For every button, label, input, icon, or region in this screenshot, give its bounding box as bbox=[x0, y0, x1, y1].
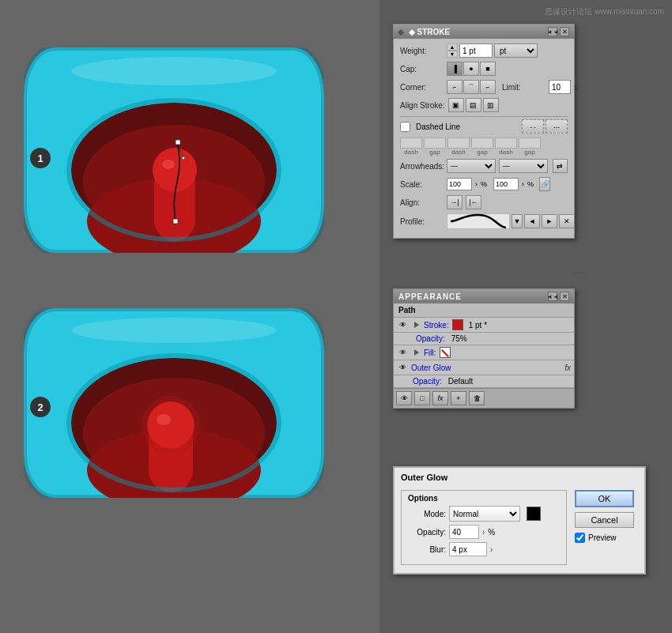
profile-select-btn[interactable]: ▼ bbox=[512, 214, 523, 228]
glow-color-swatch[interactable] bbox=[527, 507, 541, 521]
stroke-panel: ◆ STROKE ◄◄ ✕ Weight: ▲ ▼ pt px bbox=[393, 24, 575, 239]
gap3[interactable] bbox=[519, 138, 541, 149]
corner-round-btn[interactable]: ⌒ bbox=[463, 80, 479, 94]
blur-arrow[interactable]: › bbox=[490, 545, 493, 554]
fill-eye-icon[interactable]: 👁 bbox=[397, 347, 408, 358]
cancel-button[interactable]: Cancel bbox=[575, 512, 634, 528]
cap-square-btn[interactable]: ■ bbox=[480, 62, 496, 76]
arrowhead-start-select[interactable]: — bbox=[447, 159, 496, 173]
ok-button[interactable]: OK bbox=[575, 490, 634, 507]
appearance-panel-controls: ◄◄ ✕ bbox=[548, 292, 569, 301]
align-outside-btn[interactable]: ▥ bbox=[483, 98, 499, 112]
svg-rect-10 bbox=[176, 140, 180, 145]
scale2-input[interactable] bbox=[493, 178, 519, 190]
preview-checkbox[interactable] bbox=[575, 533, 585, 543]
blur-input[interactable] bbox=[449, 542, 487, 556]
gap1[interactable] bbox=[424, 138, 446, 149]
dash1[interactable] bbox=[400, 138, 422, 149]
corner-bevel-btn[interactable]: ⌐ bbox=[480, 80, 496, 94]
path-label: Path bbox=[398, 306, 416, 315]
mouth-svg-1 bbox=[24, 47, 324, 253]
fill-none-swatch[interactable] bbox=[440, 347, 451, 358]
opacity2-value: Default bbox=[448, 377, 474, 386]
profile-label: Profile: bbox=[400, 217, 444, 226]
opacity-arrow[interactable]: › bbox=[482, 528, 485, 537]
badge-2: 2 bbox=[30, 397, 51, 417]
weight-up[interactable]: ▲ bbox=[447, 43, 458, 51]
weight-label: Weight: bbox=[400, 47, 444, 55]
svg-marker-27 bbox=[414, 349, 419, 356]
outer-glow-label[interactable]: Outer Glow bbox=[411, 364, 451, 372]
path-row: Path bbox=[394, 303, 574, 318]
mode-row: Mode: Normal Multiply Screen bbox=[408, 506, 560, 522]
align-center-btn[interactable]: ▣ bbox=[448, 98, 464, 112]
dash3[interactable] bbox=[495, 138, 517, 149]
stroke-eye-icon[interactable]: 👁 bbox=[397, 319, 408, 330]
outer-glow-row[interactable]: 👁 Outer Glow fx bbox=[394, 360, 574, 375]
canvas-area: 1 bbox=[0, 0, 379, 633]
weight-stepper[interactable]: ▲ ▼ bbox=[447, 43, 458, 58]
svg-marker-26 bbox=[414, 322, 419, 328]
opacity1-label[interactable]: Opacity: bbox=[416, 334, 445, 343]
app-visibility-btn[interactable]: 👁 bbox=[396, 391, 412, 405]
app-delete-btn[interactable]: 🗑 bbox=[469, 391, 485, 405]
mode-select[interactable]: Normal Multiply Screen bbox=[449, 506, 520, 522]
mode-label: Mode: bbox=[408, 510, 446, 518]
profile-next-btn[interactable]: ► bbox=[542, 214, 557, 228]
fill-app-row[interactable]: 👁 Fill: bbox=[394, 345, 574, 360]
fill-appearance-label[interactable]: Fill: bbox=[424, 349, 436, 357]
stroke-color-swatch[interactable] bbox=[452, 319, 463, 330]
app-new-btn[interactable]: + bbox=[451, 391, 466, 405]
align-inside-btn[interactable]: ▤ bbox=[466, 98, 481, 112]
badge-1: 1 bbox=[30, 148, 51, 168]
stroke-panel-titlebar: ◆ STROKE ◄◄ ✕ bbox=[394, 24, 574, 39]
scale-link-btn[interactable]: 🔗 bbox=[539, 177, 550, 191]
cap-round-btn[interactable]: ● bbox=[463, 62, 479, 76]
image-container-2: 2 bbox=[24, 308, 340, 506]
scale-gt1: › bbox=[475, 180, 478, 188]
panel-collapse-btn[interactable]: ◄◄ bbox=[548, 27, 557, 36]
arrowhead-swap-btn[interactable]: ⇄ bbox=[553, 159, 568, 173]
stroke-expand-icon[interactable] bbox=[411, 320, 421, 330]
opacity2-row: Opacity: Default bbox=[394, 375, 574, 388]
opacity-dialog-input[interactable] bbox=[449, 525, 479, 539]
profile-prev-btn[interactable]: ◄ bbox=[524, 214, 540, 228]
dash2[interactable] bbox=[447, 138, 470, 149]
svg-point-8 bbox=[162, 160, 175, 169]
weight-unit-select[interactable]: pt px bbox=[494, 43, 538, 58]
app-fx-btn[interactable]: fx bbox=[432, 391, 448, 405]
align2-label: Align: bbox=[400, 198, 444, 207]
weight-down[interactable]: ▼ bbox=[447, 51, 458, 58]
weight-input[interactable] bbox=[459, 43, 493, 58]
corner-miter-btn[interactable]: ⌐ bbox=[447, 80, 462, 94]
dashed-checkbox[interactable] bbox=[400, 122, 410, 132]
scale1-input[interactable] bbox=[447, 178, 472, 190]
appearance-close-btn[interactable]: ✕ bbox=[560, 292, 569, 301]
opacity2-label[interactable]: Opacity: bbox=[413, 377, 442, 386]
profile-reset-btn[interactable]: ✕ bbox=[559, 214, 575, 228]
outer-glow-eye-icon[interactable]: 👁 bbox=[397, 362, 408, 373]
arrowheads-label: Arrowheads: bbox=[400, 162, 444, 171]
fill-expand-icon[interactable] bbox=[411, 348, 421, 357]
glow-dialog-title: Outer Glow bbox=[395, 468, 644, 485]
align-row: Align: →| |← bbox=[400, 195, 568, 209]
app-shape-btn[interactable]: □ bbox=[414, 391, 430, 405]
stroke-appearance-label[interactable]: Stroke: bbox=[424, 321, 449, 330]
gap2[interactable] bbox=[471, 138, 493, 149]
cap-buttons: ▐ ● ■ bbox=[447, 62, 496, 76]
dash-style-2[interactable]: --- bbox=[546, 119, 568, 134]
appearance-collapse-btn[interactable]: ◄◄ bbox=[548, 292, 557, 301]
gap2-label: gap bbox=[477, 149, 487, 156]
svg-point-13 bbox=[182, 156, 185, 160]
arrowhead-end-select[interactable]: — bbox=[499, 159, 548, 173]
stroke-app-row[interactable]: 👁 Stroke: 1 pt * bbox=[394, 318, 574, 333]
panel-close-btn[interactable]: ✕ bbox=[560, 27, 569, 36]
limit-input[interactable] bbox=[549, 80, 571, 94]
opacity1-row: Opacity: 75% bbox=[394, 333, 574, 345]
align-end-btn[interactable]: |← bbox=[466, 195, 481, 209]
panel-controls: ◄◄ ✕ bbox=[548, 27, 569, 36]
scale-gt2: › bbox=[522, 180, 524, 188]
dash-style-1[interactable]: - - bbox=[522, 119, 544, 134]
cap-butt-btn[interactable]: ▐ bbox=[447, 62, 462, 76]
align-start-btn[interactable]: →| bbox=[447, 195, 462, 209]
